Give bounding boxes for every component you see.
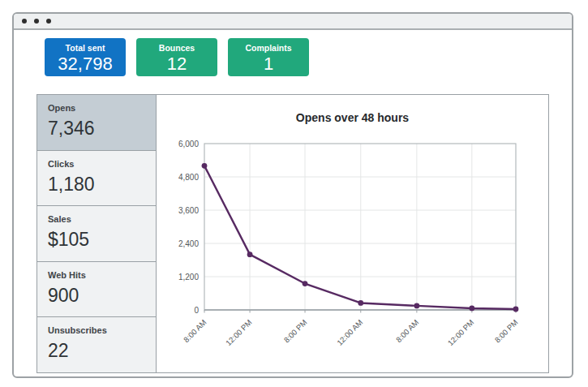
window-control-dot-icon[interactable] bbox=[22, 19, 27, 24]
report-panel: Opens 7,346 Clicks 1,180 Sales $105 Web … bbox=[36, 94, 549, 373]
y-axis-tick-label: 4,800 bbox=[178, 173, 199, 182]
sidebar-item-label: Sales bbox=[48, 214, 149, 224]
y-axis-tick-label: 6,000 bbox=[178, 140, 199, 148]
stat-card-complaints[interactable]: Complaints 1 bbox=[228, 38, 309, 76]
plot-border bbox=[204, 144, 516, 310]
opens-series-line bbox=[204, 166, 516, 309]
sidebar-item-value: 22 bbox=[48, 340, 149, 362]
browser-window: Total sent 32,798 Bounces 12 Complaints … bbox=[12, 12, 573, 378]
x-axis-tick-label: 12:00 AM bbox=[335, 318, 364, 347]
sidebar-item-unsubscribes[interactable]: Unsubscribes 22 bbox=[37, 317, 156, 372]
data-point bbox=[202, 163, 208, 169]
stat-card-label: Complaints bbox=[228, 43, 309, 53]
sidebar-item-value: 1,180 bbox=[48, 174, 149, 196]
x-axis-tick-label: 8:00 PM bbox=[282, 318, 309, 345]
stat-card-label: Total sent bbox=[45, 43, 126, 53]
y-axis-tick-label: 2,400 bbox=[178, 239, 199, 248]
data-point bbox=[469, 306, 474, 312]
stat-card-bounces[interactable]: Bounces 12 bbox=[136, 38, 217, 76]
stat-card-label: Bounces bbox=[136, 43, 217, 53]
sidebar-item-value: 7,346 bbox=[48, 118, 149, 140]
window-control-dot-icon[interactable] bbox=[34, 19, 39, 24]
sidebar-item-clicks[interactable]: Clicks 1,180 bbox=[37, 151, 156, 207]
data-point bbox=[513, 307, 519, 312]
sidebar-item-label: Opens bbox=[48, 103, 149, 113]
stats-cards-row: Total sent 32,798 Bounces 12 Complaints … bbox=[45, 38, 572, 76]
metrics-sidebar: Opens 7,346 Clicks 1,180 Sales $105 Web … bbox=[37, 95, 157, 372]
sidebar-item-sales[interactable]: Sales $105 bbox=[37, 206, 156, 262]
stat-card-value: 1 bbox=[228, 54, 309, 75]
sidebar-item-web-hits[interactable]: Web Hits 900 bbox=[37, 262, 156, 318]
stat-card-value: 12 bbox=[136, 54, 217, 75]
sidebar-item-value: 900 bbox=[48, 285, 149, 307]
sidebar-item-label: Clicks bbox=[48, 159, 149, 169]
x-axis-tick-label: 8:00 AM bbox=[394, 318, 420, 344]
sidebar-item-label: Web Hits bbox=[48, 270, 149, 280]
stat-card-value: 32,798 bbox=[45, 54, 126, 75]
x-axis-tick-label: 8:00 PM bbox=[493, 318, 520, 345]
sidebar-item-value: $105 bbox=[48, 229, 149, 251]
data-point bbox=[303, 281, 308, 286]
y-axis-tick-label: 0 bbox=[194, 306, 199, 315]
x-axis-tick-label: 12:00 PM bbox=[446, 318, 476, 348]
window-titlebar bbox=[14, 14, 572, 30]
chart-title: Opens over 48 hours bbox=[157, 111, 548, 124]
x-axis-tick-label: 8:00 AM bbox=[182, 318, 208, 344]
stat-card-total-sent[interactable]: Total sent 32,798 bbox=[45, 38, 126, 76]
y-axis-tick-label: 3,600 bbox=[178, 206, 199, 215]
data-point bbox=[414, 303, 419, 308]
chart-area: Opens over 48 hours 01,2002,4003,6004,80… bbox=[157, 95, 548, 372]
y-axis-tick-label: 1,200 bbox=[178, 273, 199, 282]
data-point bbox=[247, 252, 253, 257]
data-point bbox=[358, 300, 363, 306]
sidebar-item-opens[interactable]: Opens 7,346 bbox=[37, 95, 156, 151]
opens-line-chart: 01,2002,4003,6004,8006,0008:00 AM12:00 P… bbox=[162, 135, 543, 369]
window-control-dot-icon[interactable] bbox=[46, 19, 51, 24]
sidebar-item-label: Unsubscribes bbox=[48, 325, 149, 335]
x-axis-tick-label: 12:00 PM bbox=[224, 318, 254, 348]
